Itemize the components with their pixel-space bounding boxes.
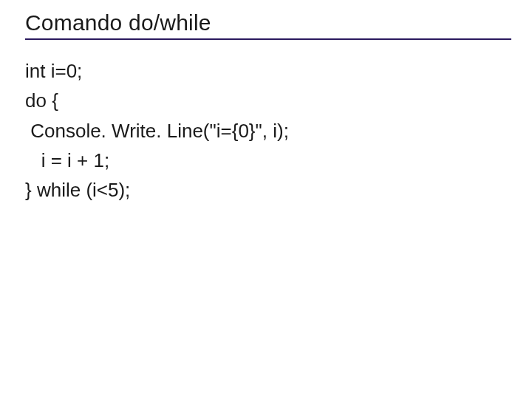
code-line-5: } while (i<5); xyxy=(25,179,130,201)
code-line-2: do { xyxy=(25,89,58,112)
title-underline: Comando do/while xyxy=(25,10,511,40)
slide-title: Comando do/while xyxy=(25,10,511,35)
code-line-1: int i=0; xyxy=(25,60,82,82)
code-line-4: i = i + 1; xyxy=(25,149,109,171)
code-block: int i=0; do { Console. Write. Line("i={0… xyxy=(25,56,511,205)
code-line-3: Console. Write. Line("i={0}", i); xyxy=(25,120,289,142)
slide: Comando do/while int i=0; do { Console. … xyxy=(0,0,532,399)
